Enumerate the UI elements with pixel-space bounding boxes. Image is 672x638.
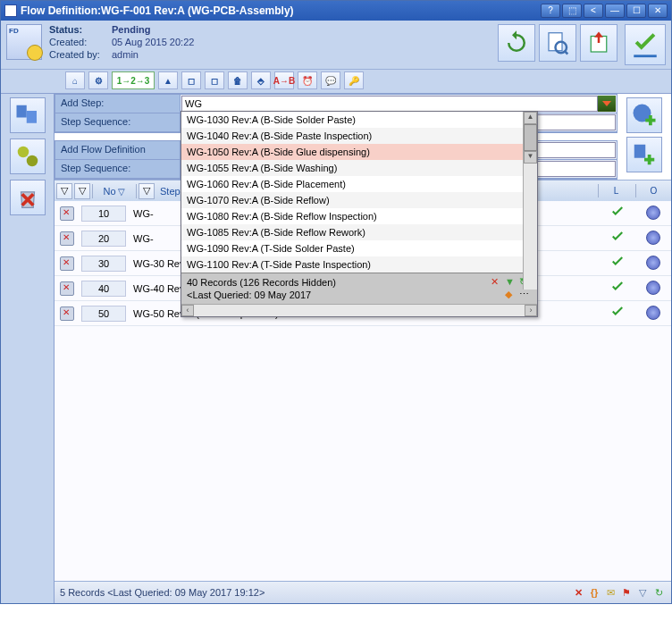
secondary-toolbar: ⌂ ⚙ 1→2→3 ▲ ◻ ◻ 🗑 ⬘ A→B ⏰ 💬 🔑 bbox=[1, 70, 671, 94]
add-flowdef-action-button[interactable] bbox=[626, 137, 662, 172]
sb-refresh-icon[interactable]: ↻ bbox=[651, 585, 666, 600]
cycle-button[interactable] bbox=[646, 256, 660, 270]
step-sequence-label: Step Sequence: bbox=[55, 113, 181, 131]
home-icon[interactable]: ⌂ bbox=[65, 71, 85, 89]
sb-braces-icon[interactable]: {} bbox=[587, 585, 601, 600]
check-icon bbox=[609, 305, 626, 321]
export-excel-button[interactable] bbox=[580, 24, 617, 62]
dropdown-item[interactable]: WG-1070 Rev:A (B-Side Reflow) bbox=[181, 192, 523, 208]
cycle-button[interactable] bbox=[646, 281, 660, 295]
status-label: Status: bbox=[49, 24, 112, 35]
add-step-dropdown-arrow[interactable] bbox=[598, 96, 616, 112]
check-icon bbox=[609, 230, 626, 246]
share-button[interactable]: < bbox=[584, 4, 603, 18]
col-header-l[interactable]: L bbox=[598, 184, 634, 197]
comment-icon[interactable]: 💬 bbox=[321, 71, 340, 89]
dock-flowdef-icon[interactable] bbox=[10, 97, 46, 133]
step-dropdown: WG-1030 Rev:A (B-Side Solder Paste)WG-10… bbox=[181, 111, 538, 317]
maximize-button[interactable]: ☐ bbox=[626, 4, 646, 18]
col-header-o[interactable]: O bbox=[635, 184, 671, 197]
svg-point-5 bbox=[17, 147, 29, 158]
dropdown-last-queried: <Last Queried: 09 May 2017 bbox=[187, 290, 311, 300]
sb-del-icon[interactable]: ✕ bbox=[571, 585, 585, 600]
row-no: 40 bbox=[81, 281, 126, 297]
dropdown-item[interactable]: WG-1040 Rev:A (B-Side Paste Inspection) bbox=[181, 128, 523, 144]
dropdown-item[interactable]: WG-1030 Rev:A (B-Side Solder Paste) bbox=[181, 112, 523, 128]
scroll-up-button[interactable]: ▲ bbox=[524, 112, 537, 124]
dock-trash-icon[interactable] bbox=[10, 180, 46, 215]
dropdown-record-count: 40 Records (126 Records Hidden) bbox=[187, 277, 336, 288]
window-title: Flow Definition:WG-F-001 Rev:A (WG-PCB-A… bbox=[21, 4, 539, 17]
filter1-icon[interactable]: ▽ bbox=[56, 183, 72, 199]
window-icon bbox=[4, 4, 17, 17]
titlebar: Flow Definition:WG-F-001 Rev:A (WG-PCB-A… bbox=[1, 1, 671, 21]
hscroll-left[interactable]: ‹ bbox=[181, 305, 194, 316]
link-button[interactable]: ⬚ bbox=[562, 4, 582, 18]
check-icon bbox=[609, 255, 626, 271]
dropdown-item[interactable]: WG-1085 Rev:A (B-Side Reflow Rework) bbox=[181, 224, 523, 240]
print-preview-button[interactable] bbox=[539, 24, 576, 62]
ab-icon[interactable]: A→B bbox=[274, 71, 294, 89]
sb-filter-icon[interactable]: ▽ bbox=[635, 585, 650, 600]
scroll-thumb[interactable] bbox=[524, 124, 537, 151]
add-flow-definition-label: Add Flow Definition bbox=[55, 141, 181, 159]
delete-row-button[interactable] bbox=[60, 306, 74, 321]
statusbar: 5 Records <Last Queried: 09 May 2017 19:… bbox=[55, 581, 671, 603]
cycle-button[interactable] bbox=[646, 206, 660, 220]
sb-flag-icon[interactable]: ⚑ bbox=[619, 585, 634, 600]
delete-row-button[interactable] bbox=[60, 206, 74, 221]
refresh-button[interactable] bbox=[498, 24, 535, 62]
dropdown-item[interactable]: WG-1080 Rev:A (B-Side Reflow Inspection) bbox=[181, 208, 523, 224]
header-panel: Status: Pending Created: 05 Aug 2015 20:… bbox=[1, 21, 671, 70]
add-step-label: Add Step: bbox=[55, 95, 181, 113]
add-step-input[interactable] bbox=[181, 96, 598, 112]
alarm-add-icon[interactable]: ⏰ bbox=[298, 71, 317, 89]
doc-icon[interactable]: ◻ bbox=[181, 71, 201, 89]
row-no: 10 bbox=[81, 206, 126, 222]
dd-del-icon[interactable]: ✕ bbox=[491, 276, 503, 289]
dock-gears-icon[interactable] bbox=[10, 139, 46, 174]
filter3-icon[interactable]: ▽ bbox=[139, 183, 155, 199]
created-label: Created: bbox=[49, 37, 112, 47]
delete-row-button[interactable] bbox=[60, 256, 74, 271]
dd-orange-icon[interactable]: ◆ bbox=[505, 289, 517, 301]
gear-icon[interactable]: ⚙ bbox=[88, 71, 108, 89]
row-no: 50 bbox=[81, 306, 126, 322]
trash-icon[interactable]: 🗑 bbox=[228, 71, 248, 89]
page-icon[interactable]: ◻ bbox=[205, 71, 224, 89]
scroll-down-button[interactable]: ▼ bbox=[524, 151, 537, 164]
step-sequence2-label: Step Sequence: bbox=[55, 160, 181, 178]
step-123-button[interactable]: 1→2→3 bbox=[112, 71, 155, 89]
col-header-no[interactable]: No ▽ bbox=[92, 184, 137, 198]
check-icon bbox=[609, 280, 626, 296]
dd-opts-icon[interactable]: ⋯ bbox=[519, 289, 532, 301]
approve-button[interactable] bbox=[625, 24, 666, 65]
key-icon[interactable]: 🔑 bbox=[344, 71, 364, 89]
sb-mail-icon[interactable]: ✉ bbox=[603, 585, 617, 600]
createdby-value: admin bbox=[112, 49, 194, 60]
dropdown-item[interactable]: WG-1100 Rev:A (T-Side Paste Inspection) bbox=[181, 256, 523, 273]
svg-point-6 bbox=[26, 155, 38, 167]
check-icon bbox=[609, 205, 626, 221]
hscroll-right[interactable]: › bbox=[525, 305, 537, 316]
created-value: 05 Aug 2015 20:22 bbox=[112, 37, 194, 47]
close-button[interactable]: ✕ bbox=[648, 4, 668, 18]
left-dock bbox=[1, 94, 55, 603]
add-step-action-button[interactable] bbox=[626, 97, 662, 133]
delete-row-button[interactable] bbox=[60, 281, 74, 296]
cycle-button[interactable] bbox=[646, 306, 660, 320]
dropdown-item[interactable]: WG-1090 Rev:A (T-Side Solder Paste) bbox=[181, 240, 523, 256]
help-button[interactable]: ? bbox=[541, 4, 560, 18]
filter2-icon[interactable]: ▽ bbox=[74, 183, 90, 199]
warning-icon[interactable]: ▲ bbox=[158, 71, 178, 89]
svg-rect-8 bbox=[634, 145, 646, 158]
dropdown-item[interactable]: WG-1060 Rev:A (B-Side Placement) bbox=[181, 176, 523, 192]
cycle-button[interactable] bbox=[646, 231, 660, 245]
delete-row-button[interactable] bbox=[60, 231, 74, 246]
dropdown-item[interactable]: WG-1050 Rev:A (B-Side Glue dispensing) bbox=[181, 144, 523, 160]
dropdown-item[interactable]: WG-1055 Rev:A (B-Side Washing) bbox=[181, 160, 523, 176]
minimize-button[interactable]: — bbox=[605, 4, 625, 18]
dd-filter-icon[interactable]: ▼ bbox=[505, 276, 517, 289]
svg-rect-4 bbox=[26, 111, 36, 123]
link-icon[interactable]: ⬘ bbox=[251, 71, 271, 89]
